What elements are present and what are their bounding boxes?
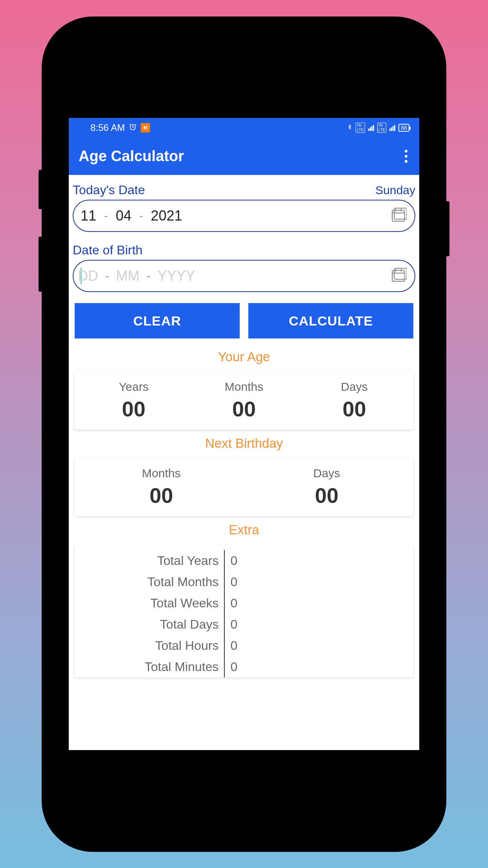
age-years-label: Years [79,380,189,394]
dob-dd-placeholder[interactable]: DD [78,268,98,284]
your-age-card: Years 00 Months 00 Days 00 [75,371,413,430]
bday-days-col: Days 00 [244,467,409,508]
more-options-icon[interactable] [401,146,411,167]
content: Today's Date Sunday 11 - 04 - 2021 Date … [69,175,419,677]
dob-date-field[interactable]: DD - MM - YYYY [73,260,415,292]
extra-row: Total Weeks 0 [79,592,409,614]
extra-row: Total Days 0 [79,614,409,635]
extra-value: 0 [225,554,237,568]
status-left: 8:56 AM M [79,122,150,133]
volte-icon-1: VoLTE [356,123,365,133]
app-bar: Age Calculator [69,138,419,175]
extra-label: Total Months [79,575,224,589]
extra-value: 0 [225,575,237,589]
extra-row: Total Minutes 0 [79,656,409,677]
calculate-button[interactable]: CALCULATE [248,303,413,338]
date-separator: - [105,270,109,282]
screen: 8:56 AM M VoLTE VoLTE 88 Age Calculator [66,116,422,752]
your-age-title: Your Age [73,349,415,364]
age-months-label: Months [189,380,299,394]
bday-months-value: 00 [79,483,244,508]
alarm-icon [129,122,137,133]
extra-label: Total Hours [79,638,224,653]
dob-label-row: Date of Birth [73,243,415,257]
extra-value: 0 [225,617,237,632]
status-right: VoLTE VoLTE 88 [347,123,409,133]
extra-label: Total Weeks [79,596,224,611]
today-label-row: Today's Date Sunday [73,183,415,197]
date-separator: - [139,210,143,222]
date-separator: - [104,210,108,222]
bluetooth-icon [347,123,352,133]
today-date-field[interactable]: 11 - 04 - 2021 [73,200,415,232]
age-months-value: 00 [189,397,299,421]
volte-icon-2: VoLTE [377,123,387,133]
app-title: Age Calculator [79,148,184,165]
today-day-name: Sunday [375,184,415,197]
dob-label: Date of Birth [73,243,143,257]
age-years-value: 00 [79,397,189,421]
extra-title: Extra [73,522,415,537]
dob-placeholder: DD - MM - YYYY [78,268,195,284]
battery-icon: 88 [398,124,409,132]
age-days-value: 00 [299,397,409,421]
phone-frame: 8:56 AM M VoLTE VoLTE 88 Age Calculator [42,17,446,852]
age-years-col: Years 00 [79,380,189,421]
signal-icon-1 [368,125,374,131]
date-separator: - [147,270,150,282]
today-dd[interactable]: 11 [81,208,96,224]
extra-label: Total Days [79,617,224,632]
extra-value: 0 [225,660,237,674]
next-birthday-title: Next Birthday [73,436,415,451]
bday-days-label: Days [244,467,409,480]
today-yyyy[interactable]: 2021 [151,208,182,224]
age-days-label: Days [299,380,409,394]
extra-row: Total Years 0 [79,550,409,571]
signal-icon-2 [389,125,395,131]
calendar-icon[interactable] [390,267,407,285]
phone-button-left-2 [39,237,42,292]
extra-value: 0 [225,638,237,653]
today-label: Today's Date [73,183,145,197]
extra-row: Total Hours 0 [79,635,409,656]
status-bar: 8:56 AM M VoLTE VoLTE 88 [69,118,419,138]
dob-mm-placeholder[interactable]: MM [116,268,139,284]
status-time: 8:56 AM [90,122,125,133]
mi-badge-icon: M [141,123,150,132]
extra-label: Total Minutes [79,660,224,674]
calendar-icon[interactable] [390,207,407,225]
extra-row: Total Months 0 [79,571,409,592]
extra-card: Total Years 0 Total Months 0 Total Weeks… [75,544,413,677]
today-date-parts: 11 - 04 - 2021 [81,208,182,224]
age-days-col: Days 00 [299,380,409,421]
dob-yyyy-placeholder[interactable]: YYYY [158,268,195,284]
clear-button[interactable]: CLEAR [75,303,240,338]
extra-label: Total Years [79,554,224,568]
phone-button-right [446,201,449,256]
bday-months-label: Months [79,467,244,480]
button-row: CLEAR CALCULATE [75,303,413,338]
next-birthday-card: Months 00 Days 00 [75,458,413,516]
phone-button-left-1 [39,170,42,209]
today-mm[interactable]: 04 [116,208,131,224]
bday-days-value: 00 [244,483,409,508]
extra-value: 0 [225,596,237,611]
bday-months-col: Months 00 [79,467,244,508]
age-months-col: Months 00 [189,380,299,421]
